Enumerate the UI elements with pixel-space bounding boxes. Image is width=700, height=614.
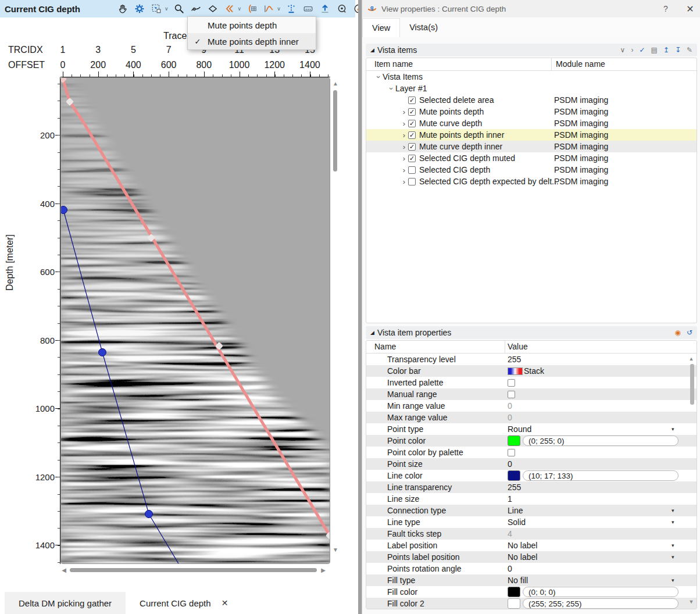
dropdown-caret-icon[interactable]: ▾ — [672, 426, 674, 432]
chevron-right-icon[interactable]: › — [400, 154, 408, 163]
select-area-icon[interactable] — [150, 2, 163, 15]
checkbox-checked[interactable]: ✓ — [408, 97, 416, 104]
plot-hscroll-left-icon[interactable]: ◀ — [60, 566, 67, 574]
props-scroll-thumb[interactable] — [690, 364, 694, 405]
clear-icon[interactable]: ✎ — [687, 46, 692, 54]
color-value-button[interactable]: (255; 255; 255) — [523, 598, 678, 609]
property-row[interactable]: Inverted palette — [366, 377, 697, 388]
ruler-vertical-icon[interactable] — [285, 2, 298, 15]
check-all-icon[interactable]: ✓ — [639, 46, 645, 54]
property-value[interactable]: 0 — [508, 401, 682, 410]
property-row[interactable]: Point color(0; 255; 0) — [366, 435, 697, 447]
property-row[interactable]: Color barStack — [366, 365, 697, 377]
pick-curve-icon[interactable] — [190, 2, 202, 15]
property-value[interactable]: (0; 0; 0) — [508, 587, 682, 597]
tree-row[interactable]: ›✓Selected CIG depth mutedPSDM imaging — [366, 152, 697, 164]
property-row[interactable]: Fill color 2(255; 255; 255) — [366, 598, 697, 609]
pick-point-marker[interactable] — [99, 349, 106, 356]
mute-chevrons-icon[interactable] — [223, 2, 236, 15]
plot-vscroll-down-icon[interactable]: ▼ — [331, 547, 340, 554]
move-bottom-icon[interactable]: ↧ — [675, 46, 681, 54]
property-value[interactable]: 0 — [508, 413, 682, 422]
color-value-button[interactable]: (10; 17; 133) — [523, 470, 678, 481]
collapse-triangle-icon[interactable]: ◢ — [370, 330, 374, 335]
curve-tool-dropdown-icon[interactable]: ∨ — [277, 6, 281, 12]
checkbox-checked[interactable]: ✓ — [408, 108, 416, 116]
property-row[interactable]: Point size0 — [366, 458, 697, 470]
property-row[interactable]: Label positionNo label▾ — [366, 540, 697, 551]
mute-chevrons-dropdown-icon[interactable]: ∨ — [238, 6, 242, 12]
color-swatch[interactable] — [508, 598, 520, 609]
tab-vistas[interactable]: Vista(s) — [400, 18, 447, 37]
move-top-icon[interactable]: ↥ — [663, 46, 669, 54]
checkbox-unchecked[interactable] — [508, 379, 515, 387]
chevron-right-icon[interactable]: › — [400, 131, 408, 140]
checkbox-unchecked[interactable] — [408, 178, 416, 185]
property-row[interactable]: Points rotation angle0 — [366, 563, 697, 574]
property-value[interactable]: No label — [508, 552, 682, 562]
property-row[interactable]: Line color(10; 17; 133) — [366, 470, 697, 481]
property-row[interactable]: Point color by palette — [366, 447, 697, 458]
help-button[interactable]: ? — [660, 4, 672, 13]
property-value[interactable]: Round — [508, 424, 682, 434]
checkbox-checked[interactable]: ✓ — [408, 155, 416, 162]
property-value[interactable]: (10; 17; 133) — [508, 470, 682, 481]
property-row[interactable]: Fill typeNo fill▾ — [366, 574, 697, 586]
checkbox-checked[interactable]: ✓ — [408, 120, 416, 127]
tree-row[interactable]: ›✓Mute points depth innerPSDM imaging — [366, 129, 697, 141]
property-row[interactable]: Point typeRound▾ — [366, 423, 697, 435]
tree-row[interactable]: ›✓Mute curve depthPSDM imaging — [366, 117, 697, 129]
chevron-right-icon[interactable]: › — [400, 119, 408, 128]
copy-table-icon[interactable]: ▤ — [651, 46, 657, 54]
property-value[interactable]: Stack — [508, 366, 682, 376]
property-row[interactable]: Fill color(0; 0; 0) — [366, 586, 697, 598]
tree-row[interactable]: ✓Selected delete areaPSDM imaging — [366, 94, 697, 106]
mute-grid-icon[interactable] — [245, 2, 258, 15]
collapse-triangle-icon[interactable]: ◢ — [370, 47, 374, 53]
close-window-button[interactable]: ✕ — [683, 3, 697, 15]
column-divider[interactable] — [505, 341, 505, 354]
polygon-icon[interactable] — [206, 2, 219, 15]
checkbox-unchecked[interactable] — [508, 449, 515, 456]
property-row[interactable]: Points label positionNo label▾ — [366, 551, 697, 563]
property-value[interactable]: 255 — [508, 355, 682, 364]
plot-hscroll-thumb[interactable] — [70, 568, 317, 572]
chevron-right-icon[interactable]: › — [400, 108, 408, 116]
pan-hand-icon[interactable] — [116, 2, 129, 15]
menu-item[interactable]: ✓Mute points depth inner — [188, 33, 316, 49]
property-row[interactable]: Line typeSolid▾ — [366, 516, 697, 528]
dropdown-caret-icon[interactable]: ▾ — [672, 577, 674, 583]
dropdown-caret-icon[interactable]: ▾ — [672, 519, 674, 525]
curve-tool-icon[interactable] — [262, 2, 275, 15]
property-row[interactable]: Manual range — [366, 388, 697, 400]
tree-row[interactable]: ›✓Mute curve depth innerPSDM imaging — [366, 141, 697, 152]
property-value[interactable]: 0 — [508, 459, 682, 469]
property-value[interactable]: (255; 255; 255) — [508, 598, 682, 609]
settings-gear-icon[interactable] — [133, 2, 146, 15]
property-row[interactable]: Line size1 — [366, 493, 697, 505]
checkbox-unchecked[interactable] — [508, 391, 515, 398]
tab-view[interactable]: View — [362, 18, 400, 37]
color-value-button[interactable]: (0; 255; 0) — [523, 435, 678, 446]
chevron-right-icon[interactable]: › — [400, 177, 408, 186]
collapse-chevron-icon[interactable]: ∨ — [620, 46, 626, 54]
plot-hscroll-right-icon[interactable]: ▶ — [320, 566, 327, 574]
property-value[interactable]: Line — [508, 506, 682, 515]
property-row[interactable]: Fault ticks step4 — [366, 528, 697, 540]
chevron-down-icon[interactable]: › — [387, 84, 396, 92]
reset-icon[interactable]: ↺ — [687, 329, 692, 337]
property-value[interactable]: 255 — [508, 483, 682, 492]
dropdown-caret-icon[interactable]: ▾ — [672, 508, 674, 513]
property-value[interactable]: (0; 255; 0) — [508, 435, 682, 446]
move-up-icon[interactable] — [319, 2, 331, 15]
chevron-down-icon[interactable]: › — [374, 73, 383, 81]
target-icon[interactable]: ◉ — [674, 329, 680, 337]
plot-vscroll-up-icon[interactable]: ▲ — [331, 80, 340, 87]
checkbox-checked[interactable]: ✓ — [408, 131, 416, 139]
menu-item[interactable]: Mute points depth — [188, 17, 316, 33]
tree-row[interactable]: ›✓Mute points depthPSDM imaging — [366, 106, 697, 117]
dropdown-caret-icon[interactable]: ▾ — [672, 542, 674, 548]
property-value[interactable] — [508, 391, 682, 398]
tree-row[interactable]: ›Selected CIG depth expected by delt...P… — [366, 176, 697, 187]
select-area-dropdown-icon[interactable]: ∨ — [165, 6, 169, 12]
